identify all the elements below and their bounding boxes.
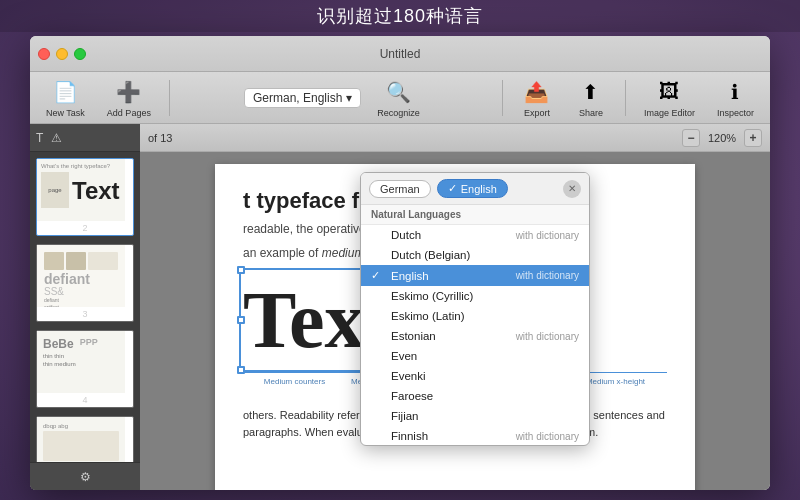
lang-eskimo-cyrillic[interactable]: Eskimo (Cyrillic): [361, 286, 589, 306]
export-icon: 📤: [523, 78, 551, 106]
german-pill-label: German: [380, 183, 420, 195]
traffic-lights: [38, 48, 86, 60]
lang-dutch-belgian[interactable]: Dutch (Belgian): [361, 245, 589, 265]
finnish-label: Finnish: [391, 430, 510, 442]
main-area: T ⚠ What's the right typeface? page: [30, 124, 770, 490]
lang-dutch[interactable]: Dutch with dictionary: [361, 225, 589, 245]
dutch-dict: with dictionary: [516, 230, 579, 241]
recognize-icon: 🔍: [385, 78, 413, 106]
dropdown-list: Dutch with dictionary Dutch (Belgian) ✓ …: [361, 225, 589, 445]
estonian-label: Estonian: [391, 330, 510, 342]
language-dropdown: German ✓ English ✕ Natural Languages Dut…: [360, 172, 590, 446]
add-pages-icon: ➕: [115, 78, 143, 106]
dropdown-close-button[interactable]: ✕: [563, 180, 581, 198]
even-label: Even: [391, 350, 573, 362]
lang-fijian[interactable]: Fijian: [361, 406, 589, 426]
image-editor-icon: 🖼: [655, 78, 683, 106]
recognize-button[interactable]: 🔍 Recognize: [369, 74, 428, 122]
lang-faroese[interactable]: Faroese: [361, 386, 589, 406]
lang-even[interactable]: Even: [361, 346, 589, 366]
share-icon: ⬆: [577, 78, 605, 106]
recognize-label: Recognize: [377, 108, 420, 118]
sidebar-image-icon[interactable]: ⚠: [51, 131, 62, 145]
language-select[interactable]: German, English ▾: [244, 88, 361, 108]
toolbar-separator-2: [502, 80, 503, 116]
inspector-icon: ℹ: [721, 78, 749, 106]
english-pill[interactable]: ✓ English: [437, 179, 508, 198]
image-editor-label: Image Editor: [644, 108, 695, 118]
sidebar-toolbar: T ⚠: [30, 124, 140, 152]
share-button[interactable]: ⬆ Share: [567, 74, 615, 122]
toolbar-separator-3: [625, 80, 626, 116]
zoom-out-button[interactable]: −: [682, 129, 700, 147]
lang-evenki[interactable]: Evenki: [361, 366, 589, 386]
new-task-label: New Task: [46, 108, 85, 118]
evenki-label: Evenki: [391, 370, 573, 382]
english-check: ✓: [371, 269, 385, 282]
close-button[interactable]: [38, 48, 50, 60]
window-title: Untitled: [380, 47, 421, 61]
annotation-counters: Medium counters: [243, 377, 346, 396]
toolbar-right: 📤 Export ⬆ Share 🖼 Image Editor ℹ Inspec…: [498, 74, 762, 122]
add-pages-label: Add Pages: [107, 108, 151, 118]
page-thumb-3: BeBe PPP thin thinthin medium: [37, 331, 125, 393]
zoom-in-button[interactable]: +: [744, 129, 762, 147]
english-pill-label: English: [461, 183, 497, 195]
dutch-label: Dutch: [391, 229, 510, 241]
language-select-arrow: ▾: [346, 91, 352, 105]
handle-tl[interactable]: [237, 266, 245, 274]
titlebar: Untitled: [30, 36, 770, 72]
new-task-icon: 📄: [51, 78, 79, 106]
page-thumb-4: dbqp abg: [37, 417, 125, 462]
app-window: Untitled 📄 New Task ➕ Add Pages German, …: [30, 36, 770, 490]
inspector-label: Inspector: [717, 108, 754, 118]
page-thumb-1: What's the right typeface? page Text: [37, 159, 125, 221]
sidebar-page-2[interactable]: defiant SS& defiantartifact 3: [36, 244, 134, 322]
fijian-label: Fijian: [391, 410, 573, 422]
language-select-value: German, English: [253, 91, 342, 105]
sidebar-settings-icon[interactable]: ⚙: [80, 470, 91, 484]
banner-text: 识别超过180种语言: [317, 4, 483, 28]
sidebar-page-3[interactable]: BeBe PPP thin thinthin medium 4: [36, 330, 134, 408]
sidebar-page-4[interactable]: dbqp abg: [36, 416, 134, 462]
page-indicator: of 13: [148, 132, 172, 144]
dropdown-section-label: Natural Languages: [361, 205, 589, 225]
lang-english[interactable]: ✓ English with dictionary: [361, 265, 589, 286]
dropdown-search-row: German ✓ English ✕: [361, 173, 589, 205]
doc-area: of 13 − 120% + t typeface for text? read…: [140, 124, 770, 490]
share-label: Share: [579, 108, 603, 118]
lang-finnish[interactable]: Finnish with dictionary: [361, 426, 589, 445]
new-task-button[interactable]: 📄 New Task: [38, 74, 93, 122]
english-pill-check: ✓: [448, 182, 457, 195]
lang-eskimo-latin[interactable]: Eskimo (Latin): [361, 306, 589, 326]
toolbar: 📄 New Task ➕ Add Pages German, English ▾…: [30, 72, 770, 124]
inspector-button[interactable]: ℹ Inspector: [709, 74, 762, 122]
zoom-value: 120%: [704, 132, 740, 144]
doc-toolbar: of 13 − 120% +: [140, 124, 770, 152]
export-label: Export: [524, 108, 550, 118]
top-banner: 识别超过180种语言: [0, 0, 800, 32]
finnish-dict: with dictionary: [516, 431, 579, 442]
faroese-label: Faroese: [391, 390, 573, 402]
maximize-button[interactable]: [74, 48, 86, 60]
export-button[interactable]: 📤 Export: [513, 74, 561, 122]
english-dict: with dictionary: [516, 270, 579, 281]
sidebar: T ⚠ What's the right typeface? page: [30, 124, 140, 490]
sidebar-pages: What's the right typeface? page Text: [30, 152, 140, 462]
lang-estonian[interactable]: Estonian with dictionary: [361, 326, 589, 346]
add-pages-button[interactable]: ➕ Add Pages: [99, 74, 159, 122]
german-pill[interactable]: German: [369, 180, 431, 198]
toolbar-separator-1: [169, 80, 170, 116]
toolbar-center: German, English ▾ 🔍 Recognize: [180, 74, 492, 122]
eskimo-latin-label: Eskimo (Latin): [391, 310, 573, 322]
sidebar-page-1[interactable]: What's the right typeface? page Text: [36, 158, 134, 236]
sidebar-bottom: ⚙: [30, 462, 140, 490]
sidebar-text-icon[interactable]: T: [36, 131, 43, 145]
minimize-button[interactable]: [56, 48, 68, 60]
page-thumb-2: defiant SS& defiantartifact: [37, 245, 125, 307]
image-editor-button[interactable]: 🖼 Image Editor: [636, 74, 703, 122]
eskimo-cyrillic-label: Eskimo (Cyrillic): [391, 290, 573, 302]
estonian-dict: with dictionary: [516, 331, 579, 342]
zoom-controls: − 120% +: [682, 129, 762, 147]
english-label: English: [391, 270, 510, 282]
